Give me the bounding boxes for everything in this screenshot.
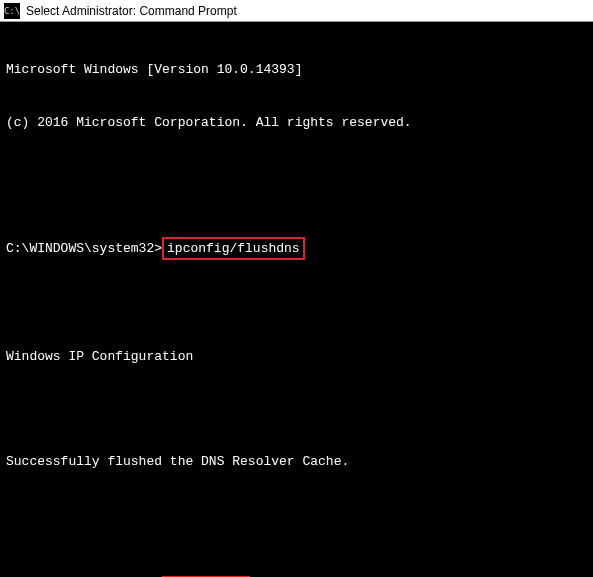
output-line: Successfully flushed the DNS Resolver Ca… xyxy=(6,453,587,471)
copyright-line: (c) 2016 Microsoft Corporation. All righ… xyxy=(6,114,587,132)
prompt-text: C:\WINDOWS\system32> xyxy=(6,240,162,258)
cmd-icon: C:\ xyxy=(4,3,20,19)
blank-line xyxy=(6,400,587,418)
blank-line xyxy=(6,295,587,313)
blank-line xyxy=(6,506,587,524)
version-line: Microsoft Windows [Version 10.0.14393] xyxy=(6,61,587,79)
window-title-bar[interactable]: C:\ Select Administrator: Command Prompt xyxy=(0,0,593,22)
blank-line xyxy=(6,166,587,184)
prompt-line-1: C:\WINDOWS\system32> ipconfig/flushdns xyxy=(6,237,587,261)
terminal-output[interactable]: Microsoft Windows [Version 10.0.14393] (… xyxy=(0,22,593,577)
command-ipconfig-flushdns: ipconfig/flushdns xyxy=(162,237,305,261)
window-title: Select Administrator: Command Prompt xyxy=(26,4,237,18)
output-line: Windows IP Configuration xyxy=(6,348,587,366)
